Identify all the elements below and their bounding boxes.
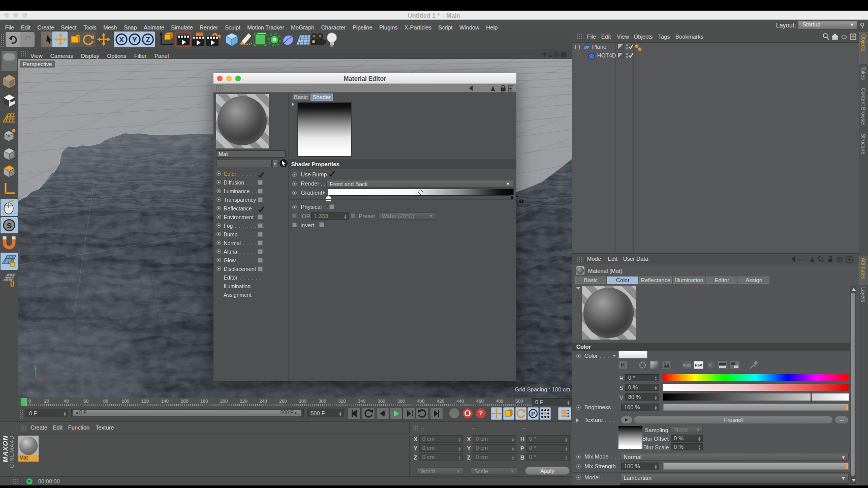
svg-text:160: 160 <box>180 399 188 404</box>
svg-text:340: 340 <box>358 399 365 404</box>
svg-text:100: 100 <box>121 399 129 404</box>
svg-text:420: 420 <box>437 399 444 404</box>
svg-text:480: 480 <box>495 399 503 404</box>
svg-text:Z: Z <box>146 36 150 44</box>
svg-text:20: 20 <box>44 399 49 404</box>
svg-text:320: 320 <box>338 399 346 404</box>
svg-text:(): () <box>10 279 15 287</box>
svg-text:220: 220 <box>240 399 247 404</box>
svg-text:240: 240 <box>259 399 267 404</box>
svg-text:280: 280 <box>299 399 306 404</box>
svg-text:x: x <box>43 378 45 381</box>
svg-text:500: 500 <box>515 399 523 404</box>
svg-text:400: 400 <box>417 399 424 404</box>
svg-text:40: 40 <box>64 399 69 404</box>
svg-text:80: 80 <box>103 399 108 404</box>
svg-text:300: 300 <box>319 399 326 404</box>
svg-text:360: 360 <box>378 399 385 404</box>
svg-text:S: S <box>7 221 12 230</box>
svg-text:140: 140 <box>161 399 169 404</box>
svg-text:380: 380 <box>397 399 405 404</box>
svg-text:Y: Y <box>132 36 137 44</box>
svg-text:60: 60 <box>83 399 88 404</box>
svg-text:460: 460 <box>476 399 484 404</box>
svg-text:120: 120 <box>141 399 149 404</box>
svg-text:X: X <box>119 36 124 44</box>
svg-text:Y: Y <box>34 365 36 369</box>
svg-text:P: P <box>531 411 535 417</box>
svg-text:0: 0 <box>28 399 31 404</box>
svg-text:180: 180 <box>200 399 208 404</box>
svg-text:260: 260 <box>279 399 287 404</box>
svg-text:440: 440 <box>456 399 464 404</box>
svg-text:200: 200 <box>220 399 228 404</box>
